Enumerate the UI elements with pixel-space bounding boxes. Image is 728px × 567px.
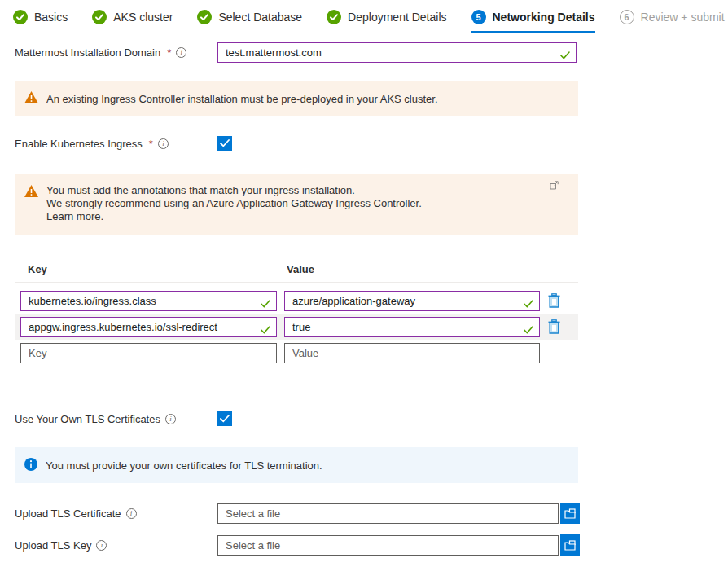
popout-icon[interactable] (550, 180, 559, 193)
tab-label: Review + submit (641, 11, 725, 24)
tls-certificates-label: Use Your Own TLS Certificates (15, 413, 160, 425)
annotation-value-input-2[interactable] (284, 317, 540, 337)
warning-icon (24, 185, 38, 223)
valid-check-icon (560, 48, 570, 63)
tab-basics[interactable]: Basics (13, 10, 68, 33)
ingress-warning-banner: An existing Ingress Controller installat… (15, 81, 578, 116)
tab-review-submit[interactable]: 6 Review + submit (620, 10, 725, 33)
completed-check-icon (13, 10, 28, 24)
info-icon[interactable]: i (126, 508, 137, 519)
value-column-header: Value (287, 263, 314, 275)
tab-label: Deployment Details (348, 11, 446, 24)
completed-check-icon (197, 10, 212, 24)
tls-info-text: You must provide your own certificates f… (46, 459, 322, 472)
tls-certificates-row: Use Your Own TLS Certificates i (15, 411, 578, 426)
info-filled-icon (24, 458, 37, 473)
completed-check-icon (92, 10, 107, 24)
tls-certificates-checkbox[interactable] (217, 411, 232, 426)
info-icon[interactable]: i (176, 47, 186, 58)
ingress-warning-text: An existing Ingress Controller installat… (46, 93, 438, 105)
browse-file-button[interactable] (560, 503, 580, 524)
enable-ingress-label: Enable Kubernetes Ingress (15, 138, 143, 150)
step-number-badge: 6 (620, 10, 634, 24)
tab-label: Select Database (218, 11, 302, 24)
enable-ingress-row: Enable Kubernetes Ingress* i (15, 136, 578, 151)
warning-icon (24, 91, 38, 106)
valid-check-icon (524, 323, 533, 337)
annotation-key-input-new[interactable] (20, 343, 277, 363)
annotation-value-input-new[interactable] (284, 343, 540, 363)
tab-select-database[interactable]: Select Database (197, 10, 302, 33)
step-number-badge: 5 (471, 10, 486, 24)
info-icon[interactable]: i (158, 138, 169, 149)
valid-check-icon (261, 323, 270, 337)
upload-cert-label: Upload TLS Certificate (15, 508, 121, 520)
required-asterisk: * (149, 138, 153, 150)
upload-key-row: Upload TLS Key i (15, 534, 578, 556)
annotations-warning-line1: You must add the annotations that match … (46, 184, 355, 196)
delete-row-button[interactable] (546, 292, 562, 310)
browse-file-button[interactable] (560, 534, 580, 556)
valid-check-icon (261, 297, 270, 311)
header-divider (15, 282, 578, 283)
annotation-row-2 (15, 314, 578, 340)
annotation-key-input-2[interactable] (20, 317, 277, 337)
annotation-empty-row (15, 340, 578, 366)
tab-deployment-details[interactable]: Deployment Details (327, 10, 446, 33)
valid-check-icon (524, 297, 533, 311)
domain-input[interactable] (217, 42, 577, 63)
annotations-warning-banner: You must add the annotations that match … (15, 174, 578, 235)
annotations-warning-line2: We strongly recommend using an Azure App… (46, 197, 422, 209)
tab-networking-details[interactable]: 5 Networking Details (471, 10, 595, 33)
domain-label: Mattermost Installation Domain (15, 46, 160, 59)
upload-key-label: Upload TLS Key (15, 539, 91, 552)
tab-label: Networking Details (493, 11, 595, 24)
tab-label: Basics (34, 11, 68, 24)
wizard-tab-bar: Basics AKS cluster Select Database Deplo… (0, 0, 728, 33)
enable-ingress-checkbox[interactable] (217, 136, 232, 151)
learn-more-link[interactable]: Learn more. (46, 210, 103, 222)
annotation-key-input-1[interactable] (20, 291, 277, 311)
annotations-header-row: Key Value (15, 263, 578, 282)
tab-label: AKS cluster (113, 11, 173, 24)
info-icon[interactable]: i (96, 540, 107, 551)
delete-row-button[interactable] (546, 318, 562, 336)
upload-cert-input[interactable] (217, 503, 559, 524)
required-asterisk: * (167, 46, 171, 59)
upload-key-input[interactable] (217, 535, 559, 556)
tls-info-banner: You must provide your own certificates f… (15, 447, 578, 483)
completed-check-icon (327, 10, 341, 24)
key-column-header: Key (28, 263, 287, 275)
domain-row: Mattermost Installation Domain* i (15, 42, 578, 63)
annotation-row-1 (15, 288, 578, 314)
tab-aks-cluster[interactable]: AKS cluster (92, 10, 173, 33)
annotation-value-input-1[interactable] (284, 291, 540, 311)
upload-cert-row: Upload TLS Certificate i (15, 503, 578, 524)
info-icon[interactable]: i (165, 414, 176, 424)
